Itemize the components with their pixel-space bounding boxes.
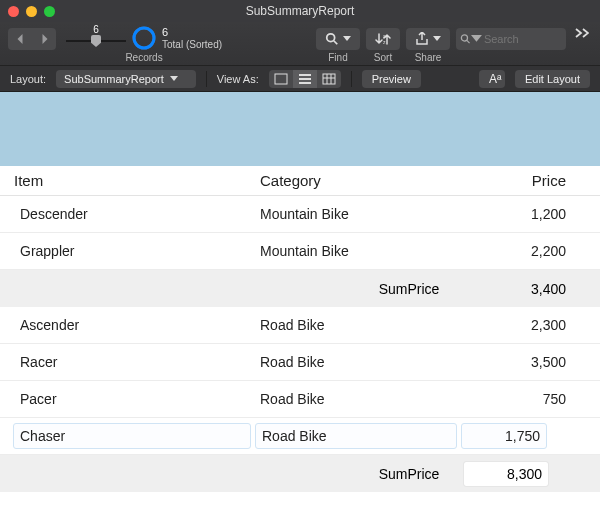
text-format-icon: Aª (489, 72, 501, 86)
sort-button[interactable]: az (366, 28, 400, 50)
layout-bar: Layout: SubSummaryReport View As: Previe… (0, 66, 600, 92)
sum-label: SumPrice (354, 466, 464, 482)
nav-spacer (31, 52, 34, 63)
records-label: Records (125, 52, 162, 63)
titlebar: SubSummaryReport (0, 0, 600, 22)
table-row[interactable]: GrapplerMountain Bike2,200 (0, 233, 600, 270)
cell-category[interactable]: Road Bike (260, 391, 470, 407)
find-button[interactable] (316, 28, 360, 50)
cell-price[interactable]: 3,500 (470, 354, 586, 370)
cell-price[interactable]: 2,200 (470, 243, 586, 259)
chevron-down-icon (471, 32, 482, 46)
cell-category[interactable]: Mountain Bike (260, 243, 470, 259)
sum-value: 3,400 (464, 281, 586, 297)
toolbar: 6 6 Total (Sorted) Records Find az Sort (0, 22, 600, 66)
progress-ring-icon (132, 26, 156, 50)
viewas-label: View As: (217, 73, 259, 85)
record-current: 6 (66, 24, 126, 35)
window-controls (8, 6, 55, 17)
record-slider[interactable]: 6 (66, 32, 126, 44)
svg-point-6 (461, 35, 467, 41)
chevron-down-icon (343, 36, 351, 42)
table-row[interactable]: RacerRoad Bike3,500 (0, 344, 600, 381)
cell-category[interactable]: Road Bike (260, 317, 470, 333)
col-item: Item (14, 172, 260, 189)
share-label: Share (415, 52, 442, 63)
col-price: Price (470, 172, 586, 189)
preview-button[interactable]: Preview (362, 70, 421, 88)
prev-record-button[interactable] (8, 28, 32, 50)
text-format-button[interactable]: Aª (479, 70, 505, 88)
cell-price[interactable]: 1,750 (462, 424, 546, 448)
sort-label: Sort (374, 52, 392, 63)
minimize-icon[interactable] (26, 6, 37, 17)
sort-icon: az (375, 32, 391, 46)
cell-item[interactable]: Racer (14, 354, 260, 370)
cell-category[interactable]: Road Bike (256, 424, 456, 448)
svg-rect-12 (323, 74, 335, 84)
chevron-down-icon (170, 76, 178, 82)
share-button[interactable] (406, 28, 450, 50)
report-body: Item Category Price DescenderMountain Bi… (0, 92, 600, 526)
sum-label: SumPrice (354, 281, 464, 297)
cell-price[interactable]: 750 (470, 391, 586, 407)
search-icon (325, 32, 339, 46)
cell-item[interactable]: Descender (14, 206, 260, 222)
cell-price[interactable]: 1,200 (470, 206, 586, 222)
view-mode-segment (269, 70, 341, 88)
list-icon (298, 73, 312, 85)
cell-item[interactable]: Chaser (14, 424, 250, 448)
cell-item[interactable]: Grappler (14, 243, 260, 259)
next-record-button[interactable] (32, 28, 56, 50)
close-icon[interactable] (8, 6, 19, 17)
svg-text:z: z (383, 39, 386, 45)
table-row[interactable]: ChaserRoad Bike1,750 (0, 418, 600, 455)
overflow-button[interactable] (572, 28, 592, 38)
table-row[interactable]: AscenderRoad Bike2,300 (0, 307, 600, 344)
cell-item[interactable]: Ascender (14, 317, 260, 333)
chevron-down-icon (433, 36, 441, 42)
cell-category[interactable]: Road Bike (260, 354, 470, 370)
table-icon (322, 73, 336, 85)
table-row[interactable]: PacerRoad Bike750 (0, 381, 600, 418)
record-nav (8, 28, 56, 50)
records-block: 6 6 Total (Sorted) Records (66, 26, 222, 63)
col-category: Category (260, 172, 470, 189)
view-list-button[interactable] (293, 70, 317, 88)
subsummary-row: SumPrice 3,400 (0, 270, 600, 307)
svg-line-7 (467, 40, 470, 43)
search-field[interactable] (456, 28, 566, 50)
column-headers: Item Category Price (0, 166, 600, 196)
cell-category[interactable]: Mountain Bike (260, 206, 470, 222)
svg-line-3 (334, 41, 338, 45)
layout-label: Layout: (10, 73, 46, 85)
cell-item[interactable]: Pacer (14, 391, 260, 407)
view-form-button[interactable] (269, 70, 293, 88)
layout-select[interactable]: SubSummaryReport (56, 70, 196, 88)
window-title: SubSummaryReport (0, 4, 600, 18)
subsummary-row: SumPrice 8,300 (0, 455, 600, 492)
records-text: 6 Total (Sorted) (162, 26, 222, 49)
records-status: Total (Sorted) (162, 39, 222, 50)
cell-price[interactable]: 2,300 (470, 317, 586, 333)
share-icon (415, 32, 429, 46)
table-row[interactable]: DescenderMountain Bike1,200 (0, 196, 600, 233)
view-table-button[interactable] (317, 70, 341, 88)
find-label: Find (328, 52, 347, 63)
form-icon (274, 73, 288, 85)
layout-value: SubSummaryReport (64, 73, 164, 85)
search-input[interactable] (482, 33, 562, 45)
svg-point-2 (327, 34, 335, 42)
zoom-icon[interactable] (44, 6, 55, 17)
edit-layout-button[interactable]: Edit Layout (515, 70, 590, 88)
header-band (0, 92, 600, 166)
sum-value: 8,300 (464, 462, 548, 486)
svg-point-1 (134, 28, 154, 48)
search-icon (460, 32, 471, 46)
records-total: 6 (162, 26, 222, 38)
svg-rect-8 (275, 74, 287, 84)
